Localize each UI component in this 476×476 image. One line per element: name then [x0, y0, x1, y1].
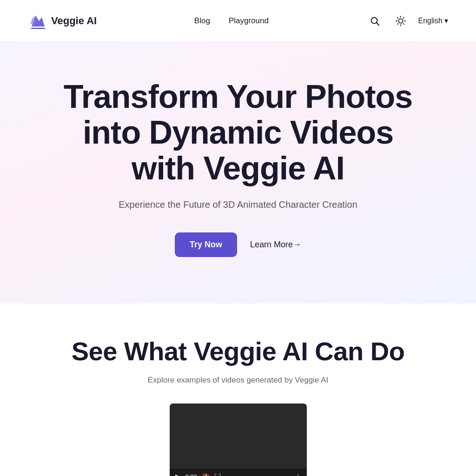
demo-section: See What Veggie AI Can Do Explore exampl… — [0, 304, 476, 476]
nav-right: English ▾ — [366, 13, 448, 29]
nav-center: Blog Playground — [194, 16, 269, 26]
brand-logo-icon — [28, 12, 46, 30]
hero-subtitle: Experience the Future of 3D Animated Cha… — [119, 199, 357, 210]
hero-section: Transform Your Photos into Dynamic Video… — [0, 42, 476, 304]
time-display: 0:00 — [185, 473, 197, 476]
more-options-button[interactable]: ⋮ — [295, 473, 301, 476]
svg-line-7 — [403, 23, 403, 24]
search-button[interactable] — [366, 13, 383, 29]
theme-toggle-button[interactable] — [392, 13, 409, 29]
play-button[interactable]: ▶ — [175, 472, 181, 476]
nav-blog[interactable]: Blog — [194, 16, 210, 26]
volume-button[interactable]: 🔇 — [202, 473, 210, 476]
search-icon — [370, 16, 380, 26]
svg-point-1 — [371, 17, 377, 23]
try-now-button[interactable]: Try Now — [175, 232, 237, 257]
svg-line-2 — [377, 23, 379, 25]
hero-cta: Try Now Learn More→ — [175, 232, 301, 257]
video-controls-bar: ▶ 0:00 🔇 ⛶ ⋮ — [170, 469, 307, 476]
language-selector[interactable]: English ▾ — [418, 16, 448, 25]
brand-name-text: Veggie AI — [51, 15, 97, 27]
video-frame — [170, 403, 307, 469]
learn-more-button[interactable]: Learn More→ — [250, 240, 301, 250]
svg-line-10 — [397, 23, 397, 24]
demo-title: See What Veggie AI Can Do — [28, 336, 448, 366]
navbar: Veggie AI Blog Playground — [0, 0, 476, 42]
fullscreen-button[interactable]: ⛶ — [214, 473, 221, 476]
hero-title: Transform Your Photos into Dynamic Video… — [64, 79, 412, 186]
brand-link[interactable]: Veggie AI — [28, 12, 97, 30]
svg-point-3 — [398, 19, 403, 23]
language-label: English — [418, 17, 443, 25]
chevron-down-icon: ▾ — [444, 16, 448, 25]
svg-line-6 — [397, 17, 397, 18]
demo-subtitle: Explore examples of videos generated by … — [28, 376, 448, 385]
svg-line-11 — [403, 17, 403, 18]
video-player: ▶ 0:00 🔇 ⛶ ⋮ — [170, 403, 307, 476]
sun-icon — [396, 16, 406, 26]
nav-playground[interactable]: Playground — [229, 16, 269, 26]
